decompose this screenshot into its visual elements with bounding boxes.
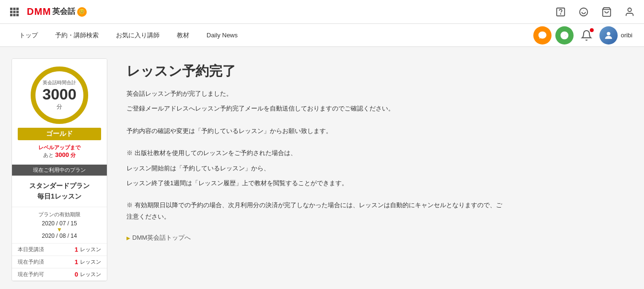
validity-label: プランの有効期限 (18, 211, 101, 218)
stat-reserved-label: 現在予約済 (18, 258, 44, 266)
help-icon[interactable] (554, 5, 567, 19)
nav-daily-news[interactable]: Daily News (199, 24, 245, 47)
stat-today: 本日受講済 1 レッスン (12, 244, 107, 256)
navbar-right-icons: oribi (533, 26, 632, 44)
bell-notification-dot (590, 28, 594, 32)
top-link[interactable]: DMM英会話トップへ (126, 233, 191, 242)
username-label: oribi (621, 32, 632, 39)
nav-materials[interactable]: 教材 (169, 24, 197, 47)
svg-rect-5 (16, 11, 19, 13)
logo-brand-text: DMM (27, 6, 51, 17)
article-note1: ※ 出版社教材を使用してのレッスンをご予約された場合は、 (126, 147, 508, 158)
meter-circle: 英会話時間合計 3000 分 (31, 67, 88, 124)
nav-booking[interactable]: 予約・講師検索 (47, 24, 106, 47)
meter-unit: 分 (57, 103, 62, 111)
article-title: レッスン予約完了 (126, 62, 508, 80)
main-content: 英会話時間合計 3000 分 ゴールド レベルアップまで あと 3000 分 現… (0, 47, 527, 289)
svg-point-10 (561, 13, 561, 14)
sidebar-stats-card: 英会話時間合計 3000 分 ゴールド レベルアップまで あと 3000 分 現… (12, 58, 107, 281)
validity-arrow: ▼ (18, 227, 101, 233)
premium-icon[interactable] (577, 5, 590, 19)
article-p2: ご登録メールアドレスへレッスン予約完了メールを自動送信しておりますのでご確認くだ… (126, 103, 508, 114)
article-p1: 英会話レッスン予約が完了しました。 (126, 88, 508, 99)
header-icons (554, 5, 636, 19)
stat-reserved: 現在予約済 1 レッスン (12, 256, 107, 268)
plan-name: スタンダードプラン 毎日1レッスン (18, 180, 101, 202)
svg-rect-6 (10, 14, 12, 16)
svg-point-14 (628, 8, 631, 11)
svg-rect-1 (13, 8, 16, 10)
stat-today-label: 本日受講済 (18, 246, 44, 253)
user-icon[interactable] (623, 5, 636, 19)
stat-reserved-value: 1 レッスン (75, 258, 101, 266)
svg-rect-2 (16, 8, 19, 10)
article-note2: レッスン開始前は「予約しているレッスン」から、 (126, 163, 508, 174)
plan-header: 現在ご利用中のプラン (12, 165, 107, 176)
article-body: 英会話レッスン予約が完了しました。 ご登録メールアドレスへレッスン予約完了メール… (126, 88, 508, 222)
gold-meter-section: 英会話時間合計 3000 分 ゴールド レベルアップまで あと 3000 分 (12, 59, 107, 165)
stat-available: 現在予約可 0 レッスン (12, 268, 107, 281)
svg-point-11 (580, 8, 588, 16)
svg-rect-7 (13, 14, 16, 16)
user-profile[interactable]: oribi (599, 26, 632, 44)
main-article: レッスン予約完了 英会話レッスン予約が完了しました。 ご登録メールアドレスへレッ… (119, 58, 516, 281)
nav-favorites[interactable]: お気に入り講師 (108, 24, 167, 47)
user-avatar (599, 26, 618, 44)
video-icon[interactable] (555, 26, 574, 44)
meter-number: 3000 (42, 87, 76, 102)
plan-body: スタンダードプラン 毎日1レッスン (12, 176, 107, 207)
bell-icon[interactable] (577, 26, 596, 44)
svg-rect-8 (16, 14, 19, 16)
main-navbar: トップ 予約・講師検索 お気に入り講師 教材 Daily News (0, 24, 644, 47)
grid-menu-button[interactable] (8, 5, 21, 19)
stat-today-value: 1 レッスン (75, 246, 101, 253)
logo-service-text: 英会話 (52, 7, 75, 17)
cart-icon[interactable] (600, 5, 613, 19)
chat-icon[interactable] (533, 26, 552, 44)
svg-rect-4 (13, 11, 16, 13)
site-logo[interactable]: DMM 英会話 😊 (27, 6, 87, 17)
svg-point-16 (607, 32, 610, 35)
app-header: DMM 英会話 😊 (0, 0, 644, 24)
article-p3: 予約内容の確認や変更は「予約しているレッスン」からお願い致します。 (126, 125, 508, 136)
nav-top[interactable]: トップ (12, 24, 46, 47)
stat-available-label: 現在予約可 (18, 271, 44, 278)
article-note3: レッスン終了後1週間は「レッスン履歴」上で教材を閲覧することができます。 (126, 178, 508, 189)
level-up-text: レベルアップまで あと 3000 分 (38, 144, 80, 159)
logo-emoji: 😊 (77, 7, 87, 17)
svg-rect-3 (10, 11, 12, 13)
plan-validity: プランの有効期限 2020 / 07 / 15 ▼ 2020 / 08 / 14 (12, 207, 107, 244)
stat-available-value: 0 レッスン (75, 271, 101, 278)
article-note4: ※ 有効期限日以降での予約の場合、次月利用分の決済が完了しなかった場合には、レッ… (126, 200, 508, 222)
validity-start: 2020 / 07 / 15 (18, 220, 101, 227)
validity-end: 2020 / 08 / 14 (18, 233, 101, 239)
meter-label: 英会話時間合計 (43, 79, 76, 86)
gold-badge: ゴールド (18, 128, 101, 140)
svg-rect-0 (10, 8, 12, 10)
